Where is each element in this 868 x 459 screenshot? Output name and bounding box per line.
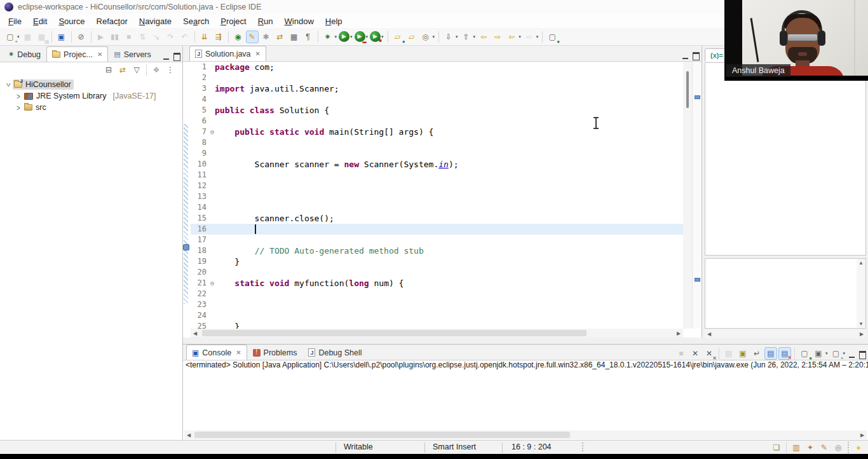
clear-console-icon[interactable]: ▤ (722, 347, 735, 360)
step-return-icon[interactable]: ↶ (179, 31, 191, 43)
step-over-icon[interactable]: ↷ (165, 31, 177, 43)
scroll-left-icon[interactable]: ◀ (184, 432, 193, 438)
expand-chevron-icon[interactable]: > (14, 92, 23, 100)
scroll-down-icon[interactable]: ▼ (858, 321, 864, 327)
menu-item-run[interactable]: Run (252, 15, 279, 27)
search-dropdown-icon[interactable]: ▾ (433, 34, 435, 39)
tree-item-hicounsellor[interactable]: >HiCounsellor (0, 79, 182, 90)
graduation-cap-icon[interactable]: ✦ (804, 441, 817, 454)
coverage-icon[interactable]: ▶▂ (355, 31, 365, 42)
filter-icon[interactable]: ▽ (130, 64, 143, 76)
scroll-right-icon[interactable]: ▶ (857, 331, 866, 337)
forward-history-dropdown-icon[interactable]: ▾ (536, 34, 539, 39)
open-resource-icon[interactable]: ▱ (405, 31, 418, 43)
display-console-dropdown-icon[interactable]: ▾ (825, 351, 828, 356)
prev-annotation-icon[interactable]: ⇧ (460, 31, 473, 43)
tab-console[interactable]: ▣Console✕ (186, 345, 247, 360)
display-console-icon[interactable]: ▣ (812, 347, 825, 360)
scroll-lock-icon[interactable]: ▣ (736, 347, 749, 360)
tab-debug[interactable]: ✷Debug (3, 46, 46, 62)
package-presentation-icon[interactable]: ❖ (150, 64, 163, 76)
book-icon[interactable]: ▥ (790, 441, 803, 454)
drop-to-frame-icon[interactable]: ⇊ (198, 31, 211, 43)
open-type-icon[interactable]: ▱● (391, 31, 404, 43)
close-icon[interactable]: ✕ (255, 50, 261, 57)
skip-breakpoints-icon[interactable]: ⊘ (75, 31, 88, 43)
menu-item-file[interactable]: File (3, 15, 27, 27)
terminate-icon[interactable]: ■ (675, 347, 688, 360)
menu-item-help[interactable]: Help (320, 15, 348, 27)
show-on-stdout-icon[interactable]: ▤ (764, 347, 777, 360)
back-history-dropdown-icon[interactable]: ▾ (519, 34, 521, 39)
close-icon[interactable]: ✕ (97, 51, 102, 58)
step-into-icon[interactable]: ↘ (151, 31, 163, 43)
debug-icon[interactable]: ✷ (322, 31, 334, 43)
scrollbar-thumb[interactable] (194, 432, 570, 438)
scroll-left-icon[interactable]: ◀ (191, 331, 200, 336)
editor-vertical-scrollbar[interactable] (683, 62, 692, 329)
tab-servers[interactable]: ▤Servers (108, 46, 156, 62)
tree-item-src[interactable]: >src (0, 102, 182, 113)
search-icon[interactable]: ◎ (419, 31, 432, 43)
next-edit-location-icon[interactable]: ⇨ (491, 31, 504, 43)
suspend-icon[interactable]: ▮▮ (109, 31, 121, 43)
minimize-icon[interactable] (161, 52, 172, 62)
next-annotation-dropdown-icon[interactable]: ▾ (456, 34, 458, 39)
fold-collapse-icon[interactable]: ⊖ (210, 127, 215, 137)
profile-icon[interactable]: ▶■ (370, 31, 381, 42)
pencil-icon[interactable]: ✎ (818, 441, 831, 454)
view-menu-icon[interactable]: ⋮ (164, 64, 177, 76)
tab-projec-[interactable]: Projec...✕ (46, 46, 108, 62)
menu-item-window[interactable]: Window (279, 15, 320, 27)
use-step-filters-icon[interactable]: ⇶ (212, 31, 225, 43)
maximize-icon[interactable] (172, 52, 182, 62)
tab-debug-shell[interactable]: JDebug Shell (302, 345, 367, 360)
tip-icon[interactable]: ❏ (770, 441, 783, 454)
pin-console-icon[interactable]: ▢● (798, 347, 811, 360)
scroll-up-icon[interactable]: ▲ (858, 260, 864, 266)
tree-item-jre-system-library[interactable]: >JRE System Library[JavaSE-17] (0, 90, 182, 102)
menu-item-source[interactable]: Source (53, 15, 90, 27)
task-marker-icon[interactable] (183, 244, 189, 250)
maximize-icon[interactable] (691, 51, 702, 61)
menu-item-refactor[interactable]: Refactor (91, 15, 133, 27)
expand-chevron-icon[interactable]: > (14, 103, 23, 111)
lightbulb-icon[interactable]: ● (852, 441, 865, 454)
remove-all-terminated-icon[interactable]: ✕✕ (703, 347, 715, 360)
forward-history-icon[interactable]: ⇨ (523, 31, 536, 43)
scroll-right-icon[interactable]: ▶ (674, 331, 683, 336)
scroll-left-icon[interactable]: ◀ (705, 331, 714, 337)
resume-icon[interactable]: ▶ (95, 31, 107, 43)
maximize-icon[interactable] (857, 350, 868, 360)
project-tree[interactable]: >HiCounsellor>JRE System Library[JavaSE-… (0, 78, 182, 113)
menu-item-navigate[interactable]: Navigate (133, 15, 177, 27)
open-console-icon[interactable]: ▢+ (829, 347, 842, 360)
scrollbar-thumb[interactable] (686, 71, 689, 108)
prev-annotation-dropdown-icon[interactable]: ▾ (473, 34, 476, 39)
save-icon[interactable]: ▦ (22, 31, 34, 43)
minimize-icon[interactable] (846, 350, 857, 360)
close-icon[interactable]: ✕ (236, 349, 241, 356)
editor-tab-solution-java[interactable]: J Solution.java ✕ (189, 46, 266, 61)
previous-edit-location-icon[interactable]: ⇦ (477, 31, 490, 43)
word-wrap-icon[interactable]: ↵ (750, 347, 763, 360)
minimize-icon[interactable] (680, 51, 691, 61)
console-view-icon[interactable]: ▣ (55, 31, 68, 43)
run-dropdown-icon[interactable]: ▾ (350, 34, 353, 39)
overview-marker[interactable] (695, 95, 700, 99)
globe-icon[interactable]: ◎ (832, 441, 844, 454)
collapse-all-icon[interactable]: ⊟ (102, 64, 115, 76)
detail-vertical-scrollbar[interactable]: ▲ ▼ (857, 259, 865, 328)
code-editor[interactable]: 1package com;23import java.util.Scanner;… (183, 62, 683, 329)
new-wizard-icon[interactable]: ▢+ (4, 31, 17, 43)
scroll-right-icon[interactable]: ▶ (858, 432, 867, 438)
detail-horizontal-scrollbar[interactable]: ◀ ▶ (705, 329, 866, 338)
overview-marker[interactable] (695, 278, 700, 282)
console-horizontal-scrollbar[interactable]: ◀ ▶ (184, 430, 867, 439)
sync-class-icon[interactable]: ⇄ (274, 31, 287, 43)
open-console-dropdown-icon[interactable]: ▾ (843, 351, 845, 356)
editor-horizontal-scrollbar[interactable]: ◀ ▶ (191, 329, 683, 338)
mark-occurrences-icon[interactable]: ✎ (246, 31, 259, 43)
tab-problems[interactable]: Problems (247, 345, 303, 360)
show-selected-element-icon[interactable]: ▦ (288, 31, 301, 43)
